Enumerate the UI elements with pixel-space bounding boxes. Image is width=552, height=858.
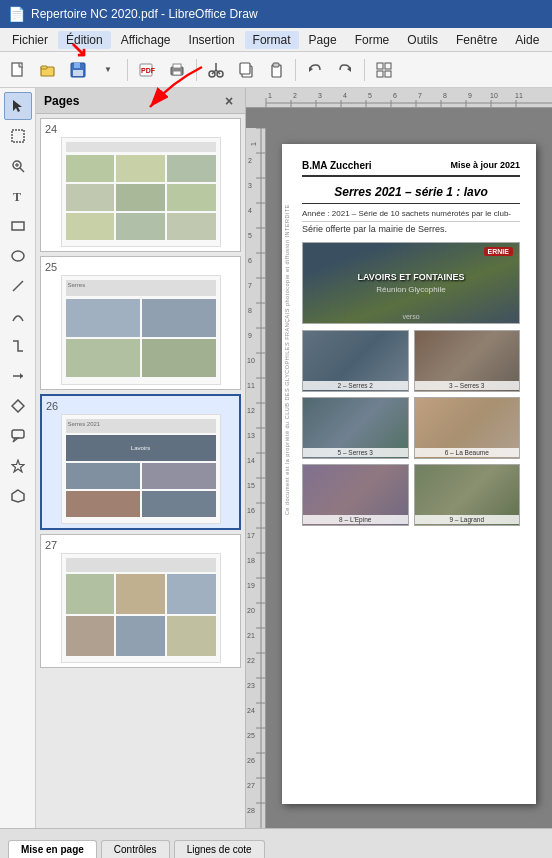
svg-point-35 [12, 251, 24, 261]
tool-connector[interactable] [4, 332, 32, 360]
tool-point[interactable] [4, 122, 32, 150]
svg-text:2: 2 [293, 92, 297, 99]
svg-text:27: 27 [247, 782, 255, 789]
photo-lagrand: 9 – Lagrand [414, 464, 521, 526]
grid-button[interactable] [370, 56, 398, 84]
svg-text:4: 4 [248, 207, 252, 214]
svg-text:9: 9 [468, 92, 472, 99]
cover-title: LAVOIRS ET FONTAINES [357, 272, 464, 282]
menu-fenetre[interactable]: Fenêtre [448, 31, 505, 49]
svg-text:12: 12 [247, 407, 255, 414]
document-subtitle: Année : 2021 – Série de 10 sachets numér… [302, 209, 520, 222]
svg-text:17: 17 [247, 532, 255, 539]
photo-serres3b: 5 – Serres 3 [302, 397, 409, 459]
open-button[interactable] [34, 56, 62, 84]
svg-text:15: 15 [247, 482, 255, 489]
document-title: Serres 2021 – série 1 : lavo [302, 185, 520, 204]
svg-text:PDF: PDF [141, 67, 155, 74]
page-thumb-25[interactable]: 25 Serres [40, 256, 241, 390]
photo-beaume: 6 – La Beaume [414, 397, 521, 459]
page-thumb-27[interactable]: 27 [40, 534, 241, 668]
svg-text:14: 14 [247, 457, 255, 464]
menu-outils[interactable]: Outils [399, 31, 446, 49]
toolbar: ↘ ▼ PDF [0, 52, 552, 88]
save-button[interactable]: ↘ [64, 56, 92, 84]
cover-label: verso [402, 313, 419, 320]
svg-marker-43 [12, 490, 24, 502]
svg-text:19: 19 [247, 582, 255, 589]
photo-epine: 8 – L'Epine [302, 464, 409, 526]
svg-marker-38 [20, 373, 23, 379]
svg-text:2: 2 [248, 157, 252, 164]
svg-text:3: 3 [318, 92, 322, 99]
svg-text:3: 3 [248, 182, 252, 189]
svg-line-30 [20, 168, 24, 172]
menu-forme[interactable]: Forme [347, 31, 398, 49]
page-thumb-26[interactable]: 26 Serres 2021 Lavoirs [40, 394, 241, 530]
tool-line[interactable] [4, 272, 32, 300]
separator-1 [127, 59, 128, 81]
pages-close-button[interactable]: × [221, 93, 237, 109]
content-area: 1 2 3 4 5 6 7 8 9 [246, 88, 552, 828]
svg-text:1: 1 [250, 142, 257, 146]
page-num-27: 27 [45, 539, 57, 551]
tool-callout[interactable] [4, 422, 32, 450]
copy-button[interactable] [232, 56, 260, 84]
menu-edition[interactable]: Édition [58, 31, 111, 49]
svg-text:9: 9 [248, 332, 252, 339]
menu-affichage[interactable]: Affichage [113, 31, 179, 49]
tool-select[interactable] [4, 92, 32, 120]
photo-grid-row2: 5 – Serres 3 6 – La Beaume [302, 397, 520, 459]
separator-3 [295, 59, 296, 81]
tool-text[interactable]: T [4, 182, 32, 210]
svg-text:18: 18 [247, 557, 255, 564]
tool-flowchart[interactable] [4, 392, 32, 420]
statusbar: Mise en page Contrôles Lignes de cote [0, 828, 552, 858]
tool-3d[interactable] [4, 482, 32, 510]
svg-text:10: 10 [490, 92, 498, 99]
svg-text:5: 5 [368, 92, 372, 99]
menu-aide[interactable]: Aide [507, 31, 547, 49]
tool-arrow[interactable] [4, 362, 32, 390]
tool-curve[interactable] [4, 302, 32, 330]
svg-text:4: 4 [343, 92, 347, 99]
menu-insertion[interactable]: Insertion [181, 31, 243, 49]
tool-ellipse[interactable] [4, 242, 32, 270]
svg-text:10: 10 [247, 357, 255, 364]
dropdown-arrow[interactable]: ▼ [94, 56, 122, 84]
tab-lignes-de-cote[interactable]: Lignes de cote [174, 840, 265, 858]
photo-label-serres3a: 3 – Serres 3 [415, 381, 520, 390]
new-button[interactable] [4, 56, 32, 84]
photo-label-serres3b: 5 – Serres 3 [303, 448, 408, 457]
svg-text:8: 8 [248, 307, 252, 314]
page-canvas[interactable]: Ce document est la propriété du CLUB DES… [266, 128, 552, 828]
svg-rect-24 [377, 71, 383, 77]
photo-label-serres2: 2 – Serres 2 [303, 381, 408, 390]
redo-button[interactable] [331, 56, 359, 84]
menu-format[interactable]: Format [245, 31, 299, 49]
menu-fichier[interactable]: Fichier [4, 31, 56, 49]
export-button[interactable]: PDF [133, 56, 161, 84]
svg-text:11: 11 [515, 92, 523, 99]
separator-4 [364, 59, 365, 81]
tool-zoom[interactable] [4, 152, 32, 180]
doc-header-left: B.MA Zuccheri [302, 160, 372, 171]
undo-button[interactable] [301, 56, 329, 84]
svg-rect-23 [385, 63, 391, 69]
tool-star[interactable] [4, 452, 32, 480]
svg-text:22: 22 [247, 657, 255, 664]
tab-mise-en-page[interactable]: Mise en page [8, 840, 97, 858]
svg-text:24: 24 [247, 707, 255, 714]
photo-label-lagrand: 9 – Lagrand [415, 515, 520, 524]
svg-text:6: 6 [248, 257, 252, 264]
svg-rect-5 [73, 70, 83, 76]
print-button[interactable] [163, 56, 191, 84]
tab-controles[interactable]: Contrôles [101, 840, 170, 858]
menu-page[interactable]: Page [301, 31, 345, 49]
paste-button[interactable] [262, 56, 290, 84]
tool-rect[interactable] [4, 212, 32, 240]
page-thumb-24[interactable]: 24 [40, 118, 241, 252]
svg-text:28: 28 [247, 807, 255, 814]
svg-rect-2 [41, 66, 47, 69]
cut-button[interactable] [202, 56, 230, 84]
